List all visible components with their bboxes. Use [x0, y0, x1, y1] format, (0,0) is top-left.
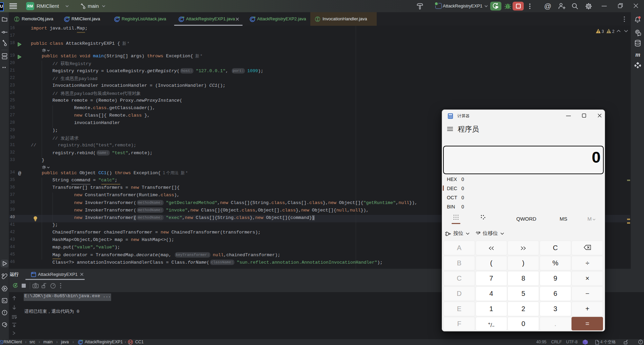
svg-text:2: 2: [612, 29, 615, 34]
svg-text:3: 3: [602, 29, 604, 34]
